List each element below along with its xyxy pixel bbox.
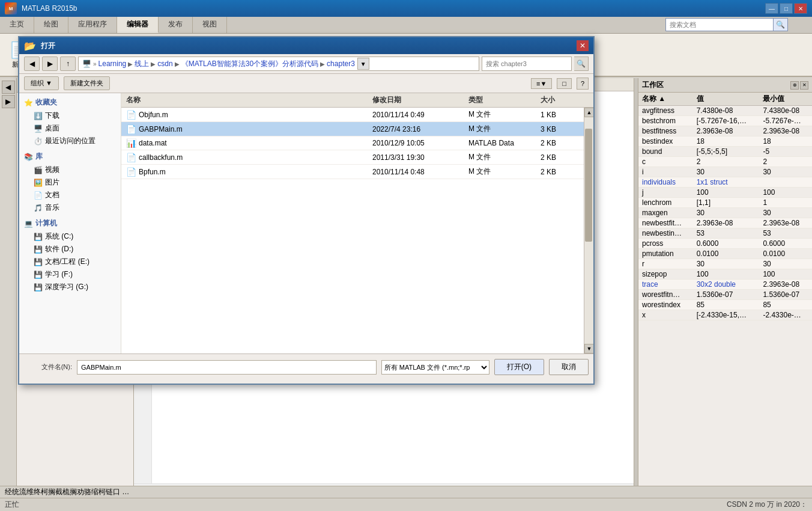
ws-col-min[interactable]: 最小值 — [759, 93, 812, 106]
bc-chapter[interactable]: chapter3 — [327, 60, 355, 68]
file-row[interactable]: 📄 Bpfun.m 2010/11/14 0:48 M 文件 2 KB — [121, 165, 593, 179]
tab-plot[interactable]: 绘图 — [34, 17, 68, 33]
preview-btn[interactable]: □ — [557, 78, 572, 89]
workspace-row[interactable]: avgfitness 7.4380e-08 7.4380e-08 — [638, 106, 812, 116]
sidebar-drive-e[interactable]: 💾 文档/工程 (E:) — [19, 256, 121, 268]
sidebar-music[interactable]: 🎵 音乐 — [19, 201, 121, 214]
ws-var-min: 1.5360e-07 — [759, 290, 812, 300]
workspace-row[interactable]: r 30 30 — [638, 259, 812, 269]
col-type[interactable]: 类型 — [468, 95, 541, 105]
workspace-row[interactable]: newbestfit… 2.3963e-08 2.3963e-08 — [638, 218, 812, 228]
open-btn[interactable]: 打开(O) — [494, 359, 544, 375]
favorites-header[interactable]: ⭐ 收藏夹 — [19, 96, 121, 109]
col-name[interactable]: 名称 — [126, 95, 372, 105]
ws-col-value[interactable]: 值 — [693, 93, 760, 106]
workspace-row[interactable]: i 30 30 — [638, 167, 812, 177]
drive-g-icon: 💾 — [34, 283, 43, 292]
view-btn[interactable]: ≡▼ — [531, 78, 552, 89]
file-row[interactable]: 📄 GABPMain.m 2022/7/4 23:16 M 文件 3 KB — [121, 122, 593, 136]
col-date[interactable]: 修改日期 — [372, 95, 468, 105]
workspace-row[interactable]: bestchrom [-5.7267e-16,… -5.7267e-… — [638, 116, 812, 126]
cancel-btn[interactable]: 取消 — [549, 359, 589, 375]
sidebar-desktop[interactable]: 🖥️ 桌面 — [19, 122, 121, 135]
workspace-row[interactable]: bound [-5,5;-5,5] -5 — [638, 147, 812, 157]
computer-header[interactable]: 💻 计算机 — [19, 216, 121, 230]
tab-apps[interactable]: 应用程序 — [68, 17, 117, 33]
new-folder-btn[interactable]: 新建文件夹 — [64, 76, 110, 90]
sidebar-recent[interactable]: ⏱️ 最近访问的位置 — [19, 135, 121, 147]
breadcrumb[interactable]: 🖥️ » Learning ▶ 线上 ▶ csdn ▶ 《MATLAB智能算法3… — [78, 57, 479, 71]
sidebar-drive-d[interactable]: 💾 软件 (D:) — [19, 243, 121, 256]
minimize-btn[interactable]: — — [765, 3, 778, 14]
nav-up-btn[interactable]: ↑ — [60, 57, 76, 71]
workspace-row[interactable]: pmutation 0.0100 0.0100 — [638, 249, 812, 259]
dialog-close-btn[interactable]: ✕ — [577, 40, 589, 51]
scroll-up-btn[interactable]: ▲ — [584, 108, 593, 117]
dialog-search-btn[interactable]: 🔍 — [574, 57, 589, 71]
close-btn[interactable]: ✕ — [794, 3, 807, 14]
sidebar-download[interactable]: ⬇️ 下载 — [19, 109, 121, 122]
search-input[interactable] — [665, 18, 774, 31]
bc-book[interactable]: 《MATLAB智能算法30个案例》分析源代码 — [181, 59, 318, 69]
sidebar-nav-fwd[interactable]: ▶ — [2, 95, 15, 108]
file-list-scrollbar[interactable]: ▲ ▼ — [584, 108, 593, 353]
workspace-row[interactable]: bestindex 18 18 — [638, 136, 812, 147]
workspace-row[interactable]: maxgen 30 30 — [638, 208, 812, 218]
bc-dropdown-btn[interactable]: ▼ — [357, 58, 369, 70]
workspace-row[interactable]: j 100 100 — [638, 188, 812, 198]
file-date: 2011/3/31 19:30 — [372, 153, 468, 162]
workspace-row[interactable]: newbestin… 53 53 — [638, 228, 812, 239]
filename-input[interactable] — [77, 360, 377, 375]
ws-var-name: worestfitn… — [638, 290, 693, 300]
sidebar-pictures[interactable]: 🖼️ 图片 — [19, 176, 121, 189]
workspace-row[interactable]: pcross 0.6000 0.6000 — [638, 239, 812, 249]
file-size: 2 KB — [541, 153, 589, 162]
ws-var-name: pcross — [638, 239, 693, 249]
scroll-down-btn[interactable]: ▼ — [584, 344, 593, 353]
help-btn[interactable]: ? — [577, 78, 589, 90]
workspace-row[interactable]: trace 30x2 double 2.3963e-08 — [638, 280, 812, 290]
sidebar-video[interactable]: 🎬 视频 — [19, 164, 121, 176]
sidebar-drive-g[interactable]: 💾 深度学习 (G:) — [19, 281, 121, 293]
tab-editor[interactable]: 编辑器 — [117, 17, 159, 33]
ws-minimize[interactable]: ⊕ — [790, 81, 799, 90]
workspace-row[interactable]: x [-2.4330e-15,… -2.4330e-… — [638, 310, 812, 320]
nav-back-btn[interactable]: ◀ — [24, 57, 40, 71]
workspace-row[interactable]: bestfitness 2.3963e-08 2.3963e-08 — [638, 126, 812, 136]
ws-close[interactable]: ✕ — [800, 81, 808, 90]
workspace-row[interactable]: c 2 2 — [638, 157, 812, 167]
tab-publish[interactable]: 发布 — [159, 17, 193, 33]
organize-btn[interactable]: 组织 ▼ — [24, 76, 59, 90]
workspace-row[interactable]: lenchrom [1,1] 1 — [638, 198, 812, 208]
ws-var-value: 1.5360e-07 — [693, 290, 760, 300]
ws-col-name[interactable]: 名称 ▲ — [638, 93, 693, 106]
search-button[interactable]: 🔍 — [774, 18, 788, 31]
nav-fwd-btn[interactable]: ▶ — [42, 57, 58, 71]
file-row[interactable]: 📄 Objfun.m 2010/11/14 0:49 M 文件 1 KB — [121, 108, 593, 122]
workspace-row[interactable]: worestfitn… 1.5360e-07 1.5360e-07 — [638, 290, 812, 300]
file-row[interactable]: 📄 callbackfun.m 2011/3/31 19:30 M 文件 2 K… — [121, 150, 593, 165]
file-name-text: Bpfun.m — [139, 168, 166, 176]
file-type: MATLAB Data — [468, 139, 541, 147]
dialog-nav: ◀ ▶ ↑ 🖥️ » Learning ▶ 线上 ▶ csdn ▶ 《MATLA… — [19, 54, 593, 74]
workspace-row[interactable]: individuals 1x1 struct — [638, 177, 812, 188]
ws-var-value: 100 — [693, 188, 760, 198]
workspace-row[interactable]: worestindex 85 85 — [638, 300, 812, 310]
filetype-select[interactable]: 所有 MATLAB 文件 (*.mn;*.rp — [381, 360, 489, 375]
bc-csdn[interactable]: csdn — [157, 60, 172, 68]
sidebar-nav-back[interactable]: ◀ — [2, 81, 15, 94]
dialog-search-input[interactable] — [482, 57, 572, 71]
workspace-row[interactable]: sizepop 100 100 — [638, 269, 812, 280]
maximize-btn[interactable]: □ — [780, 3, 793, 14]
library-header[interactable]: 📚 库 — [19, 150, 121, 164]
tab-home[interactable]: 主页 — [0, 17, 34, 33]
sidebar-docs[interactable]: 📄 文档 — [19, 189, 121, 201]
bc-online[interactable]: 线上 — [135, 59, 149, 69]
tab-view[interactable]: 视图 — [193, 17, 227, 33]
bc-learning[interactable]: Learning — [98, 60, 127, 68]
sidebar-drive-c[interactable]: 💾 系统 (C:) — [19, 230, 121, 243]
file-row[interactable]: 📊 data.mat 2010/12/9 10:05 MATLAB Data 2… — [121, 136, 593, 150]
col-size[interactable]: 大小 — [541, 95, 589, 105]
ws-var-name: bestindex — [638, 136, 693, 147]
sidebar-drive-f[interactable]: 💾 学习 (F:) — [19, 268, 121, 281]
